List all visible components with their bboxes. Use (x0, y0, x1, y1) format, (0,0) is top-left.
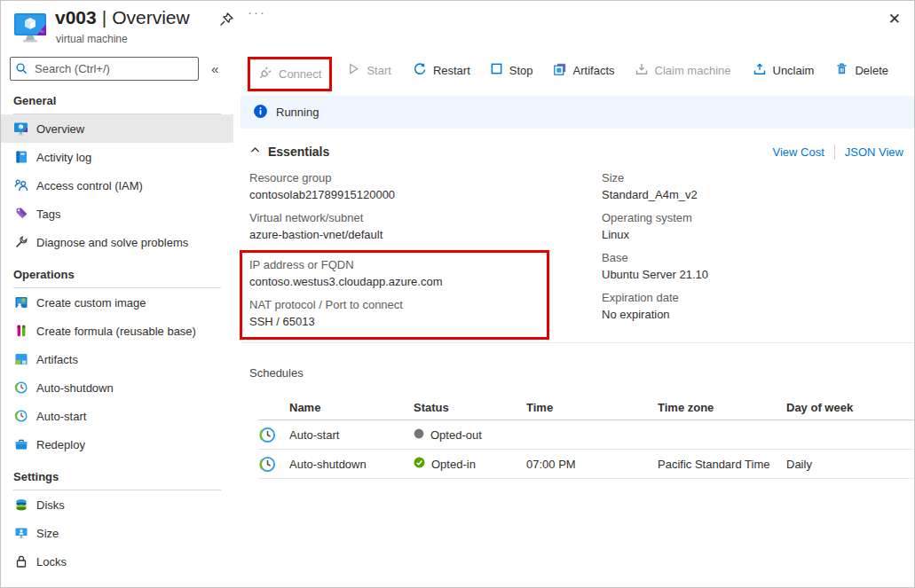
field-label: IP address or FQDN (249, 257, 540, 273)
schedules-table: Name Status Time Time zone Day of week A… (258, 395, 914, 479)
table-row-auto-shutdown[interactable]: Auto-shutdown Opted-in 07:00 PM Pacific … (258, 450, 914, 479)
sidebar-item-label: Overview (36, 122, 84, 136)
resource-type-label: virtual machine (56, 33, 128, 45)
status-banner: Running (241, 96, 914, 129)
field-label: Virtual network/subnet (249, 210, 602, 226)
field-label: Base (602, 250, 914, 266)
claim-machine-label: Claim machine (655, 64, 731, 77)
size-icon (13, 526, 28, 541)
chevron-up-icon[interactable] (249, 145, 261, 159)
search-box (10, 57, 199, 81)
opted-out-dot-icon (414, 428, 424, 442)
essentials-divider (241, 342, 914, 343)
sidebar-item-tags[interactable]: Tags (1, 200, 233, 228)
section-general: General (13, 82, 221, 114)
virtual-machine-icon (12, 11, 50, 49)
section-operations: Operations (13, 256, 221, 288)
sidebar-item-size[interactable]: Size (1, 519, 233, 547)
view-cost-link[interactable]: View Cost (772, 145, 824, 159)
start-button[interactable]: Start (339, 56, 398, 84)
schedule-time: 07:00 PM (526, 458, 658, 471)
sidebar-item-auto-start[interactable]: Auto-start (1, 402, 233, 430)
restart-icon (413, 62, 427, 79)
field-label: NAT protocol / Port to connect (249, 297, 540, 313)
vm-name: v003 (55, 7, 97, 27)
pin-icon[interactable] (218, 12, 234, 30)
sidebar-item-artifacts[interactable]: Artifacts (1, 345, 233, 373)
sidebar-item-label: Disks (36, 498, 65, 512)
expiration-value: No expiration (602, 306, 914, 323)
stop-icon (490, 62, 503, 78)
sidebar-item-disks[interactable]: Disks (1, 490, 233, 519)
sidebar-item-label: Locks (36, 555, 67, 568)
clock-icon (258, 455, 289, 474)
schedules-header-row: Name Status Time Time zone Day of week (258, 395, 914, 420)
schedule-name: Auto-start (289, 428, 414, 442)
unclaim-button[interactable]: Unclaim (745, 56, 823, 85)
disks-icon (13, 498, 28, 513)
sidebar-item-label: Artifacts (36, 353, 78, 366)
sidebar-item-access-control[interactable]: Access control (IAM) (1, 171, 233, 200)
sidebar-item-label: Tags (36, 208, 60, 221)
sidebar-item-create-formula[interactable]: Create formula (reusable base) (1, 317, 233, 345)
blade-sidebar: « General Overview (1, 52, 233, 587)
ip-nat-callout-box: IP address or FQDN contoso.westus3.cloud… (240, 250, 549, 340)
connect-label: Connect (279, 67, 321, 81)
sidebar-item-label: Size (36, 527, 59, 540)
virtual-network-link[interactable]: azure-bastion-vnet/default (249, 226, 602, 243)
command-bar: Connect Start Restart (241, 52, 914, 91)
wrench-icon (13, 235, 28, 250)
sidebar-item-redeploy[interactable]: Redeploy (1, 430, 233, 459)
sidebar-item-locks[interactable]: Locks (1, 547, 233, 576)
sidebar-item-label: Create formula (reusable base) (36, 325, 196, 338)
stop-label: Stop (509, 64, 533, 77)
delete-button[interactable]: Delete (827, 56, 896, 84)
sidebar-item-diagnose[interactable]: Diagnose and solve problems (1, 228, 233, 256)
schedule-name: Auto-shutdown (289, 458, 414, 471)
sidebar-item-label: Create custom image (36, 296, 146, 310)
restart-button[interactable]: Restart (405, 56, 478, 85)
delete-icon (835, 62, 848, 78)
size-value: Standard_A4m_v2 (602, 186, 914, 203)
info-icon (253, 104, 268, 122)
field-label: Operating system (602, 210, 914, 226)
claim-machine-button[interactable]: Claim machine (627, 56, 739, 85)
more-options-icon[interactable]: ··· (248, 4, 266, 20)
blade-content: Connect Start Restart (241, 52, 914, 587)
field-ip-fqdn: IP address or FQDN contoso.westus3.cloud… (249, 257, 540, 290)
stop-button[interactable]: Stop (482, 56, 541, 84)
connect-callout-box: Connect (248, 57, 332, 91)
base-value: Ubuntu Server 21.10 (602, 266, 914, 283)
field-label: Expiration date (602, 290, 914, 306)
custom-image-icon (13, 295, 28, 310)
field-label: Size (602, 170, 914, 186)
sidebar-item-label: Diagnose and solve problems (36, 236, 188, 249)
start-label: Start (367, 64, 390, 77)
table-row-auto-start[interactable]: Auto-start Opted-out (258, 420, 914, 450)
tags-icon (13, 207, 28, 222)
ip-fqdn-value: contoso.westus3.cloudapp.azure.com (249, 273, 540, 290)
search-input[interactable] (10, 57, 199, 81)
field-size: Size Standard_A4m_v2 (602, 170, 914, 203)
collapse-sidebar-icon[interactable]: « (211, 61, 218, 76)
close-icon[interactable]: ✕ (888, 10, 901, 28)
blade-header: v003|Overview virtual machine ··· ✕ (1, 1, 914, 52)
sidebar-item-auto-shutdown[interactable]: Auto-shutdown (1, 373, 233, 402)
sidebar-item-overview[interactable]: Overview (1, 114, 233, 143)
connect-icon (258, 66, 272, 82)
sidebar-item-create-custom-image[interactable]: Create custom image (1, 288, 233, 317)
artifacts-button[interactable]: Artifacts (545, 56, 623, 85)
field-base: Base Ubuntu Server 21.10 (602, 250, 914, 283)
link-divider (834, 145, 835, 160)
restart-label: Restart (433, 64, 470, 77)
section-settings: Settings (13, 459, 221, 490)
resource-group-link[interactable]: contosolab21789915120000 (249, 186, 602, 203)
sidebar-item-activity-log[interactable]: Activity log (1, 143, 233, 171)
nat-protocol-value: SSH / 65013 (249, 313, 540, 330)
field-nat-protocol: NAT protocol / Port to connect SSH / 650… (249, 297, 540, 330)
artifacts-icon (553, 62, 567, 79)
status-badge: Opted-in (431, 458, 476, 471)
connect-button[interactable]: Connect (250, 59, 329, 89)
json-view-link[interactable]: JSON View (845, 145, 903, 159)
essentials-title[interactable]: Essentials (268, 145, 329, 159)
